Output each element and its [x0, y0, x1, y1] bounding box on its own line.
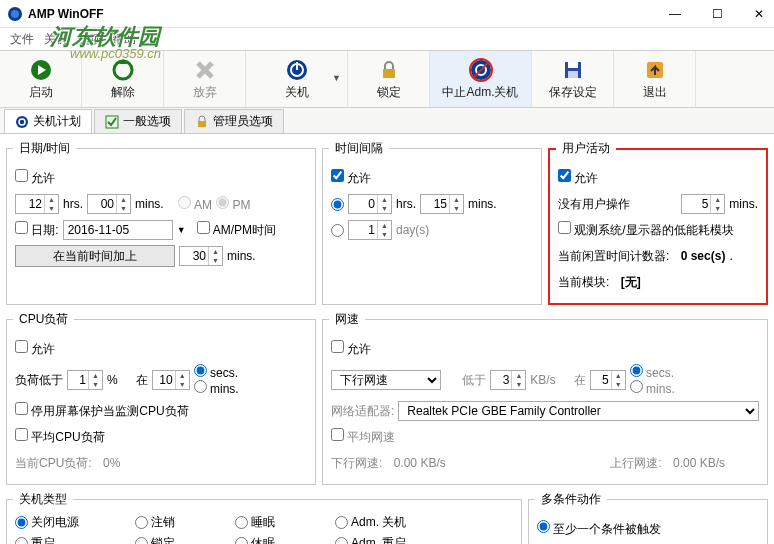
lock-small-icon: [195, 115, 209, 129]
date-checkbox[interactable]: 日期:: [15, 221, 59, 239]
menu-shutdown[interactable]: 关机: [44, 31, 68, 48]
toolbar-save[interactable]: 保存设定: [532, 51, 614, 107]
net-time-spin[interactable]: ▲▼: [590, 370, 626, 390]
lock-icon: [377, 58, 401, 82]
chevron-down-icon[interactable]: ▼: [332, 73, 341, 83]
net-dir-select[interactable]: 下行网速: [331, 370, 441, 390]
group-conditions: 多条件动作 至少一个条件被触发 所有条件都被触发: [528, 491, 768, 544]
menu-options[interactable]: 选项: [78, 31, 102, 48]
tab-admin[interactable]: 管理员选项: [184, 109, 284, 133]
stype-hibernate[interactable]: 休眠: [235, 535, 315, 544]
toolbar-start[interactable]: 启动: [0, 51, 82, 107]
add-time-spin[interactable]: ▲▼: [179, 246, 223, 266]
menu-file[interactable]: 文件: [10, 31, 34, 48]
group-interval: 时间间隔 允许 ▲▼ hrs. ▲▼ mins. ▲▼ day(s): [322, 140, 542, 305]
am-radio[interactable]: AM: [178, 196, 212, 212]
svg-rect-19: [198, 121, 206, 127]
exit-icon: [643, 58, 667, 82]
svg-point-16: [16, 116, 28, 128]
cpu-time-spin[interactable]: ▲▼: [152, 370, 190, 390]
stype-admreboot[interactable]: Adm. 重启: [335, 535, 406, 544]
stype-logoff[interactable]: 注销: [135, 514, 215, 531]
save-icon: [561, 58, 585, 82]
cpu-avg-check[interactable]: 平均CPU负荷: [15, 428, 105, 446]
toolbar-lock[interactable]: 锁定: [348, 51, 430, 107]
stype-lock[interactable]: 锁定: [135, 535, 215, 544]
svg-rect-7: [383, 69, 395, 78]
interval-mode2[interactable]: [331, 224, 344, 237]
cpu-allow[interactable]: 允许: [15, 340, 55, 358]
menu-help[interactable]: 帮助: [112, 31, 136, 48]
svg-rect-14: [568, 71, 578, 78]
cpu-mins-radio[interactable]: mins.: [194, 380, 239, 396]
refresh-icon: [111, 58, 135, 82]
minimize-button[interactable]: —: [668, 7, 682, 21]
group-net: 网速 允许 下行网速 低于 ▲▼ KB/s 在 ▲▼ secs. mins. 网…: [322, 311, 768, 485]
group-shutdown-type: 关机类型 关闭电源 注销 睡眠 Adm. 关机 重启 锁定 休眠 Adm. 重启: [6, 491, 522, 544]
menubar: 文件 关机 选项 帮助: [0, 28, 774, 50]
play-icon: [29, 58, 53, 82]
ampm-checkbox[interactable]: AM/PM时间: [197, 221, 276, 239]
tab-general[interactable]: 一般选项: [94, 109, 182, 133]
stype-poweroff[interactable]: 关闭电源: [15, 514, 115, 531]
power-small-icon: [15, 115, 29, 129]
monitor-checkbox[interactable]: 观测系统/显示器的低能耗模块: [558, 221, 734, 239]
net-mins-radio[interactable]: mins.: [630, 380, 675, 396]
activity-allow[interactable]: 允许: [558, 169, 598, 187]
pm-radio[interactable]: PM: [216, 196, 250, 212]
date-input[interactable]: [63, 220, 173, 240]
close-button[interactable]: ✕: [752, 7, 766, 21]
net-adapter-select[interactable]: Realtek PCIe GBE Family Controller: [398, 401, 759, 421]
cpu-pct-spin[interactable]: ▲▼: [67, 370, 103, 390]
window-title: AMP WinOFF: [28, 7, 104, 21]
interval-mins-spin[interactable]: ▲▼: [420, 194, 464, 214]
interval-allow[interactable]: 允许: [331, 169, 371, 187]
net-avg-check[interactable]: 平均网速: [331, 428, 395, 446]
svg-rect-13: [568, 62, 578, 68]
toolbar-exit[interactable]: 退出: [614, 51, 696, 107]
power-icon: [285, 58, 309, 82]
group-datetime: 日期/时间 允许 ▲▼ hrs. ▲▼ mins. AM PM 日期: ▼ AM…: [6, 140, 316, 305]
net-kbs-spin[interactable]: ▲▼: [490, 370, 526, 390]
datetime-allow[interactable]: 允许: [15, 169, 55, 187]
tab-plan[interactable]: 关机计划: [4, 109, 92, 133]
interval-mode1[interactable]: [331, 198, 344, 211]
toolbar-shutdown[interactable]: 关机 ▼: [246, 51, 348, 107]
add-time-button[interactable]: 在当前时间加上: [15, 245, 175, 267]
stype-admshut[interactable]: Adm. 关机: [335, 514, 406, 531]
toolbar-cancel[interactable]: 解除: [82, 51, 164, 107]
toolbar: 启动 解除 放弃 关机 ▼ 锁定 中止Adm.关机 保存设定 退出: [0, 50, 774, 108]
net-allow[interactable]: 允许: [331, 340, 371, 358]
net-secs-radio[interactable]: secs.: [630, 364, 675, 380]
x-icon: [193, 58, 217, 82]
maximize-button[interactable]: ☐: [710, 7, 724, 21]
toolbar-abort[interactable]: 放弃: [164, 51, 246, 107]
power-cancel-icon: [469, 58, 493, 82]
toolbar-adm-shutdown[interactable]: 中止Adm.关机: [430, 51, 532, 107]
interval-days-spin[interactable]: ▲▼: [348, 220, 392, 240]
datetime-hrs-spin[interactable]: ▲▼: [15, 194, 59, 214]
check-icon: [105, 115, 119, 129]
datetime-mins-spin[interactable]: ▲▼: [87, 194, 131, 214]
app-icon: [8, 7, 22, 21]
stype-sleep[interactable]: 睡眠: [235, 514, 315, 531]
cpu-secs-radio[interactable]: secs.: [194, 364, 239, 380]
cond-any[interactable]: 至少一个条件被触发: [537, 520, 661, 538]
interval-hrs-spin[interactable]: ▲▼: [348, 194, 392, 214]
activity-mins-spin[interactable]: ▲▼: [681, 194, 725, 214]
group-cpu: CPU负荷 允许 负荷低于 ▲▼ % 在 ▲▼ secs. mins. 停用屏幕…: [6, 311, 316, 485]
titlebar: AMP WinOFF — ☐ ✕: [0, 0, 774, 28]
tabstrip: 关机计划 一般选项 管理员选项: [0, 108, 774, 134]
stype-reboot[interactable]: 重启: [15, 535, 115, 544]
cpu-screensaver-check[interactable]: 停用屏幕保护当监测CPU负荷: [15, 402, 189, 420]
group-activity: 用户活动 允许 没有用户操作 ▲▼ mins. 观测系统/显示器的低能耗模块 当…: [548, 140, 768, 305]
